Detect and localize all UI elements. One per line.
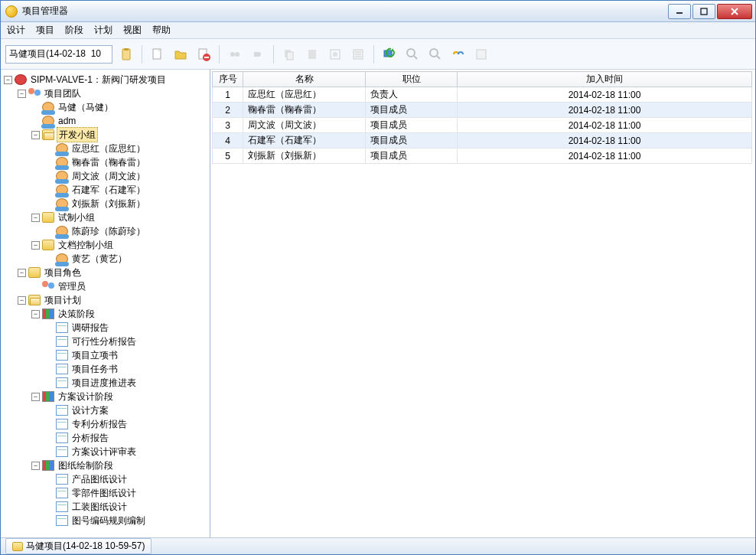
tree-role-admin[interactable]: 管理员: [31, 279, 208, 293]
tree-group-trial[interactable]: −试制小组: [31, 211, 208, 224]
open-folder-icon[interactable]: [171, 45, 190, 64]
svg-rect-26: [477, 50, 486, 59]
tree-panel[interactable]: −SIPM-VALVE-1：新阀门研发项目 −项目团队 马健（马健） adm −…: [1, 70, 210, 537]
properties-icon[interactable]: [472, 45, 490, 64]
tree-doc-item[interactable]: 项目进度推进表: [45, 376, 208, 390]
doc-icon: [56, 515, 68, 526]
tree-member[interactable]: 鞠春雷（鞠春雷）: [45, 155, 208, 169]
col-seq[interactable]: 序号: [213, 72, 243, 87]
tree-group-dev[interactable]: −开发小组: [31, 128, 208, 142]
table-row[interactable]: 2鞠春雷（鞠春雷）项目成员2014-02-18 11:00: [213, 103, 752, 118]
copy-icon[interactable]: [280, 45, 298, 64]
tree-doc-item[interactable]: 方案设计评审表: [45, 445, 208, 459]
tree-doc-item[interactable]: 零部件图纸设计: [45, 486, 208, 500]
paste-icon[interactable]: [303, 45, 321, 64]
folder-icon: [28, 267, 41, 278]
tree-member[interactable]: 陈蔚珍（陈蔚珍）: [45, 224, 208, 238]
maximize-button[interactable]: [692, 4, 715, 19]
folder-open-icon: [28, 295, 41, 305]
tree-member[interactable]: 应思红（应思红）: [45, 142, 208, 155]
tree-root[interactable]: −SIPM-VALVE-1：新阀门研发项目: [4, 73, 208, 87]
person-icon: [56, 226, 68, 237]
close-button[interactable]: [717, 4, 752, 19]
col-name[interactable]: 名称: [243, 72, 366, 87]
tree-member[interactable]: 周文波（周文波）: [45, 169, 208, 183]
person-icon: [56, 171, 68, 181]
menu-project[interactable]: 项目: [36, 24, 54, 37]
tree-doc-item[interactable]: 产品图纸设计: [45, 472, 208, 486]
pin-icon: [15, 74, 27, 85]
col-time[interactable]: 加入时间: [458, 72, 752, 87]
col-pos[interactable]: 职位: [366, 72, 458, 87]
table-row[interactable]: 1应思红（应思红）负责人2014-02-18 11:00: [213, 87, 752, 103]
tree-member[interactable]: 刘振新（刘振新）: [45, 197, 208, 211]
svg-point-10: [230, 52, 235, 57]
tree-doc-item[interactable]: 调研报告: [45, 321, 208, 335]
person-icon: [56, 198, 68, 209]
tree-phase1[interactable]: −决策阶段: [31, 307, 208, 321]
doc-icon: [56, 336, 68, 347]
person-icon: [42, 102, 54, 113]
svg-rect-9: [204, 57, 209, 58]
title-bar: 项目管理器: [1, 1, 755, 22]
menu-view[interactable]: 视图: [123, 24, 142, 37]
table-row[interactable]: 4石建军（石建军）项目成员2014-02-18 11:00: [213, 133, 752, 149]
svg-line-25: [437, 56, 440, 59]
menu-help[interactable]: 帮助: [152, 24, 171, 37]
zoom-out-icon[interactable]: [426, 45, 445, 64]
project-name-input[interactable]: [5, 45, 112, 64]
svg-point-22: [407, 49, 415, 57]
tree-person[interactable]: 马健（马健）: [31, 100, 208, 114]
tree-doc-item[interactable]: 可行性分析报告: [45, 335, 208, 348]
tree-person[interactable]: adm: [31, 114, 208, 128]
doc-icon: [56, 377, 68, 388]
menu-plan[interactable]: 计划: [94, 24, 112, 37]
tree-doc-item[interactable]: 专利分析报告: [45, 417, 208, 431]
status-bar: 马健项目(14-02-18 10-59-57): [1, 537, 755, 554]
doc-icon: [56, 433, 68, 443]
status-tab[interactable]: 马健项目(14-02-18 10-59-57): [5, 538, 152, 554]
delete-doc-icon[interactable]: [194, 45, 213, 64]
doc-icon: [56, 501, 68, 512]
tree-doc-item[interactable]: 图号编码规则编制: [45, 514, 208, 527]
minimize-button[interactable]: [668, 4, 691, 19]
folder-open-icon: [42, 129, 54, 140]
link-icon[interactable]: [449, 45, 468, 64]
tree-team[interactable]: −项目团队: [18, 87, 208, 100]
tree-member[interactable]: 黄艺（黄艺）: [45, 252, 208, 266]
tree-roles[interactable]: −项目角色: [18, 266, 208, 279]
tree-plan[interactable]: −项目计划: [18, 293, 208, 307]
tree-doc-item[interactable]: 项目立项书: [45, 348, 208, 362]
tree-group-doc[interactable]: −文档控制小组: [31, 238, 208, 252]
plugin-icon[interactable]: [249, 45, 267, 64]
svg-rect-4: [122, 49, 130, 60]
table-row[interactable]: 5刘振新（刘振新）项目成员2014-02-18 11:00: [213, 149, 752, 164]
svg-rect-14: [308, 50, 316, 59]
team-icon: [42, 281, 54, 292]
tree-doc-item[interactable]: 工装图纸设计: [45, 500, 208, 514]
team-icon: [28, 88, 41, 99]
members-table[interactable]: 序号 名称 职位 加入时间 1应思红（应思红）负责人2014-02-18 11:…: [212, 71, 752, 164]
clipboard-icon[interactable]: [117, 45, 135, 64]
doc-icon: [56, 322, 68, 333]
menu-design[interactable]: 设计: [7, 24, 25, 37]
menu-bar: 设计 项目 阶段 计划 视图 帮助: [1, 22, 755, 39]
tree-doc-item[interactable]: 设计方案: [45, 403, 208, 417]
preview-icon[interactable]: [326, 45, 344, 64]
new-doc-icon[interactable]: [148, 45, 167, 64]
selected-node: 开发小组: [57, 127, 98, 142]
person-icon: [56, 184, 68, 195]
tree-phase3[interactable]: −图纸绘制阶段: [31, 459, 208, 472]
puzzle-icon[interactable]: [226, 45, 244, 64]
app-icon: [5, 5, 18, 18]
table-row[interactable]: 3周文波（周文波）项目成员2014-02-18 11:00: [213, 118, 752, 133]
tree-doc-item[interactable]: 分析报告: [45, 431, 208, 445]
tree-member[interactable]: 石建军（石建军）: [45, 183, 208, 197]
tree-phase2[interactable]: −方案设计阶段: [31, 390, 208, 403]
zoom-in-icon[interactable]: [403, 45, 422, 64]
refresh-icon[interactable]: [380, 45, 399, 64]
list-icon[interactable]: [349, 45, 367, 64]
table-panel: 序号 名称 职位 加入时间 1应思红（应思红）负责人2014-02-18 11:…: [210, 70, 755, 537]
menu-phase[interactable]: 阶段: [65, 24, 83, 37]
tree-doc-item[interactable]: 项目任务书: [45, 362, 208, 376]
